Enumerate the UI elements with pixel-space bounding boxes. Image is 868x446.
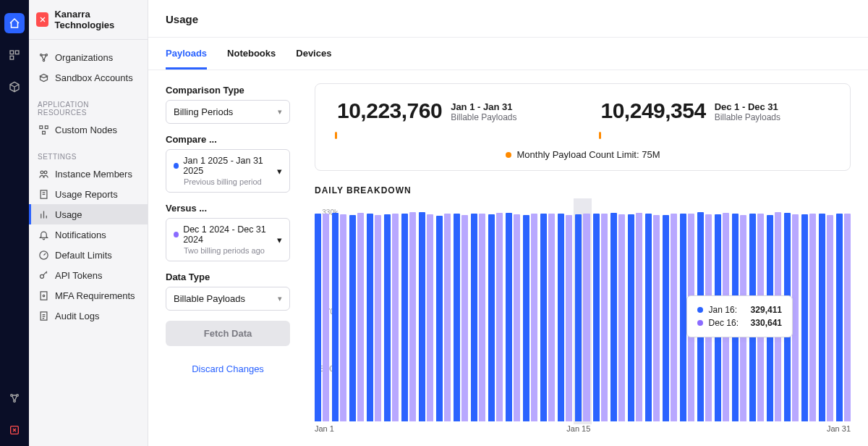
chart-day-bar[interactable] (819, 201, 833, 421)
chart-day-bar[interactable] (663, 201, 677, 421)
chart-day-bar[interactable] (558, 201, 572, 421)
versus-label: Versus ... (166, 203, 290, 214)
chart-day-bar[interactable] (332, 201, 346, 421)
org-icon (38, 51, 49, 63)
breakdown-title: DAILY BREAKDOWN (315, 185, 851, 195)
chart-day-bar[interactable] (645, 201, 660, 421)
chart-day-bar[interactable] (419, 201, 433, 421)
metric-current: 10,223,760 Jan 1 - Jan 31 Billable Paylo… (337, 98, 565, 138)
tab-notebooks[interactable]: Notebooks (227, 38, 276, 70)
chart-day-bar[interactable] (801, 201, 816, 421)
sidebar-item-custom-nodes[interactable]: Custom Nodes (29, 119, 148, 140)
limit-tick-icon (599, 132, 601, 139)
page-title: Usage (166, 13, 851, 25)
chart-day-bar[interactable] (454, 201, 468, 421)
dot-icon (174, 163, 179, 169)
fetch-data-button[interactable]: Fetch Data (166, 321, 290, 346)
usage-icon (38, 209, 49, 220)
chart-day-bar[interactable] (315, 201, 329, 421)
global-nav-rail (0, 0, 29, 446)
svg-point-24 (43, 295, 45, 297)
svg-point-9 (43, 59, 45, 62)
sidebar-item-api-tokens[interactable]: API Tokens (29, 265, 148, 285)
tab-devices[interactable]: Devices (296, 38, 331, 70)
chart-day-bar[interactable] (836, 201, 851, 421)
sidebar-header: SETTINGS (29, 150, 148, 164)
svg-rect-0 (10, 51, 14, 54)
chart-day-bar[interactable] (506, 201, 520, 421)
chevron-down-icon: ▾ (278, 294, 282, 303)
chevron-down-icon: ▾ (277, 235, 282, 245)
limit-tick-icon (335, 132, 337, 139)
chart-day-bar[interactable] (610, 201, 625, 421)
rail-package-icon[interactable] (4, 77, 25, 97)
svg-rect-2 (10, 56, 14, 59)
sidebar-header: APPLICATION RESOURCES (29, 98, 148, 119)
sidebar-item-default-limits[interactable]: Default Limits (29, 245, 148, 265)
rail-network-icon[interactable] (4, 388, 25, 408)
compare-label: Compare ... (166, 134, 290, 145)
sidebar-item-organizations[interactable]: Organizations (29, 47, 148, 67)
chart-day-bar[interactable] (436, 201, 451, 421)
audit-icon (38, 310, 49, 321)
rail-home-icon[interactable] (4, 13, 25, 33)
dot-icon (697, 307, 703, 313)
chart-day-bar[interactable] (367, 201, 381, 421)
svg-rect-10 (39, 125, 42, 128)
discard-changes-link[interactable]: Discard Changes (166, 356, 290, 382)
chart-tooltip: Jan 16:329,411 Dec 16:330,641 (686, 295, 793, 337)
sandbox-icon (38, 72, 49, 83)
limit-label: Monthly Payload Count Limit: 75M (337, 149, 828, 160)
chart-day-bar[interactable] (349, 201, 364, 421)
versus-period-select[interactable]: Dec 1 2024 - Dec 31 2024 Two billing per… (166, 218, 290, 261)
sidebar-item-usage-reports[interactable]: Usage Reports (29, 184, 148, 204)
chart-day-bar[interactable] (593, 201, 608, 421)
daily-breakdown-chart[interactable]: 330k 170k 85,000 Jan 1 Jan 15 Jan 31 Jan… (315, 201, 851, 439)
chart-day-bar[interactable] (384, 201, 399, 421)
bell-icon (38, 229, 49, 240)
reports-icon (38, 188, 49, 200)
svg-rect-1 (15, 51, 19, 54)
org-icon (36, 12, 48, 27)
compare-period-select[interactable]: Jan 1 2025 - Jan 31 2025 Previous billin… (166, 149, 290, 193)
sidebar-item-usage[interactable]: Usage (29, 204, 148, 224)
svg-point-13 (41, 171, 43, 174)
tabs: PayloadsNotebooksDevices (148, 38, 868, 70)
dot-icon (174, 232, 179, 237)
comparison-type-label: Comparison Type (166, 85, 290, 96)
rail-dashboard-icon[interactable] (4, 45, 25, 65)
key-icon (38, 269, 49, 281)
mfa-icon (38, 290, 49, 301)
chevron-down-icon: ▾ (277, 166, 282, 177)
sidebar: Kanarra Technologies OrganizationsSandbo… (29, 0, 148, 446)
filter-panel: Comparison Type Billing Periods ▾ Compar… (148, 70, 307, 446)
chart-day-bar[interactable] (523, 201, 537, 421)
comparison-type-select[interactable]: Billing Periods ▾ (166, 100, 290, 124)
x-axis: Jan 1 Jan 15 Jan 31 (315, 424, 851, 439)
summary-card: 10,223,760 Jan 1 - Jan 31 Billable Paylo… (315, 83, 851, 171)
chart-day-bar[interactable] (628, 201, 642, 421)
chart-day-bar[interactable] (575, 201, 590, 421)
main-area: Usage PayloadsNotebooksDevices Compariso… (148, 0, 868, 446)
sidebar-item-sandbox-accounts[interactable]: Sandbox Accounts (29, 67, 148, 88)
sidebar-item-instance-members[interactable]: Instance Members (29, 164, 148, 184)
chart-day-bar[interactable] (401, 201, 416, 421)
svg-rect-12 (42, 131, 45, 134)
chart-day-bar[interactable] (488, 201, 503, 421)
org-switcher[interactable]: Kanarra Technologies (29, 0, 148, 40)
rail-alert-icon[interactable] (4, 420, 25, 440)
chart-day-bar[interactable] (471, 201, 485, 421)
limit-dot-icon (506, 152, 511, 158)
sidebar-item-mfa-requirements[interactable]: MFA Requirements (29, 285, 148, 306)
svg-rect-23 (41, 291, 47, 299)
data-type-select[interactable]: Billable Payloads ▾ (166, 287, 290, 311)
svg-rect-11 (45, 125, 48, 128)
sidebar-item-notifications[interactable]: Notifications (29, 224, 148, 245)
gauge-icon (38, 249, 49, 261)
data-type-label: Data Type (166, 272, 290, 282)
tab-payloads[interactable]: Payloads (166, 38, 207, 70)
nodes-icon (38, 124, 49, 135)
sidebar-item-audit-logs[interactable]: Audit Logs (29, 306, 148, 326)
org-name: Kanarra Technologies (54, 9, 140, 30)
chart-day-bar[interactable] (540, 201, 555, 421)
